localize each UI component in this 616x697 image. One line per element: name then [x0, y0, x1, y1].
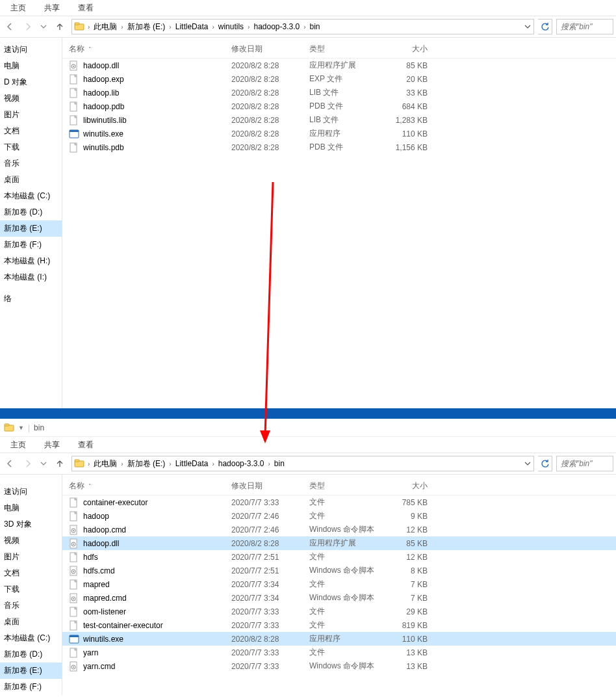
- table-row[interactable]: hdfs2020/7/7 2:51文件12 KB: [62, 550, 616, 564]
- crumb[interactable]: 此电脑: [91, 458, 120, 469]
- table-row[interactable]: hadoop.cmd2020/7/7 2:46Windows 命令脚本12 KB: [62, 523, 616, 536]
- sidebar-item[interactable]: 电脑: [0, 58, 62, 74]
- sidebar-item[interactable]: 下载: [0, 139, 62, 155]
- sidebar-item[interactable]: 新加卷 (F:): [0, 237, 62, 253]
- crumb[interactable]: 此电脑: [91, 21, 120, 33]
- sidebar-item[interactable]: [0, 479, 62, 484]
- refresh-icon[interactable]: [538, 19, 552, 34]
- tab-share[interactable]: 共享: [44, 440, 60, 451]
- nav-forward-icon[interactable]: [21, 22, 35, 31]
- sidebar-item[interactable]: 新加卷 (D:): [0, 646, 62, 663]
- sidebar-item[interactable]: 本地磁盘 (I:): [0, 269, 62, 285]
- table-row[interactable]: mapred.cmd2020/7/7 3:34Windows 命令脚本7 KB: [62, 591, 616, 605]
- crumb[interactable]: LittleData: [173, 22, 211, 31]
- nav-up-icon[interactable]: [52, 459, 68, 468]
- sidebar: 速访问电脑D 对象视频图片文档下载音乐桌面本地磁盘 (C:)新加卷 (D:)新加…: [0, 38, 62, 408]
- sidebar-item[interactable]: 桌面: [0, 172, 62, 188]
- crumb[interactable]: 新加卷 (E:): [125, 458, 168, 469]
- col-size[interactable]: 大小: [387, 44, 433, 55]
- col-size[interactable]: 大小: [387, 480, 433, 492]
- table-row[interactable]: yarn2020/7/7 3:33文件13 KB: [62, 646, 616, 659]
- sidebar-item[interactable]: 本地磁盘 (C:): [0, 630, 62, 646]
- nav-up-icon[interactable]: [52, 22, 68, 31]
- table-row[interactable]: hadoop.lib2020/8/2 8:28LIB 文件33 KB: [62, 86, 616, 99]
- explorer-window-bottom: ▼ | bin 主页 共享 查看 › 此电脑 › 新加卷 (E:) ›: [0, 419, 616, 695]
- table-row[interactable]: hadoop.dll2020/8/2 8:28应用程序扩展85 KB: [62, 536, 616, 550]
- col-type[interactable]: 类型: [309, 44, 387, 55]
- crumb[interactable]: 新加卷 (E:): [125, 21, 168, 33]
- table-row[interactable]: hdfs.cmd2020/7/7 2:51Windows 命令脚本8 KB: [62, 564, 616, 577]
- col-date[interactable]: 修改日期: [231, 44, 309, 55]
- tab-home[interactable]: 主页: [10, 440, 26, 451]
- sidebar-item[interactable]: 文档: [0, 565, 62, 581]
- table-row[interactable]: oom-listener2020/7/7 3:33文件29 KB: [62, 605, 616, 618]
- sidebar-item[interactable]: 音乐: [0, 598, 62, 614]
- sidebar-item[interactable]: 本地磁盘 (H:): [0, 253, 62, 269]
- refresh-icon[interactable]: [538, 456, 552, 471]
- sidebar-item[interactable]: 视频: [0, 533, 62, 549]
- crumb[interactable]: bin: [272, 459, 287, 468]
- sidebar-item[interactable]: 图片: [0, 549, 62, 565]
- crumb[interactable]: LittleData: [173, 459, 211, 468]
- crumb[interactable]: hadoop-3.3.0: [251, 22, 302, 31]
- search-field[interactable]: [559, 458, 613, 469]
- table-row[interactable]: hadoop2020/7/7 2:46文件9 KB: [62, 509, 616, 523]
- table-row[interactable]: hadoop.exp2020/8/2 8:28EXP 文件20 KB: [62, 72, 616, 86]
- table-row[interactable]: test-container-executor2020/7/7 3:33文件81…: [62, 618, 616, 632]
- dropdown-icon[interactable]: ▼: [18, 425, 24, 431]
- crumb[interactable]: bin: [307, 22, 323, 31]
- nav-history-dropdown-icon[interactable]: [39, 23, 48, 30]
- col-date[interactable]: 修改日期: [231, 480, 309, 492]
- sidebar-item[interactable]: 视频: [0, 90, 62, 107]
- table-row[interactable]: hadoop.dll2020/8/2 8:28应用程序扩展85 KB: [62, 59, 616, 72]
- nav-back-icon[interactable]: [3, 459, 17, 468]
- col-type[interactable]: 类型: [309, 480, 387, 492]
- sidebar-item[interactable]: 本地磁盘 (C:): [0, 188, 62, 204]
- sidebar-item[interactable]: 下载: [0, 581, 62, 598]
- sidebar-item[interactable]: 图片: [0, 107, 62, 123]
- breadcrumb[interactable]: › 此电脑 › 新加卷 (E:) › LittleData › winutils…: [71, 19, 534, 34]
- sidebar-item[interactable]: [0, 285, 62, 291]
- sidebar-item[interactable]: 新加卷 (E:): [0, 220, 62, 237]
- sidebar-item[interactable]: 3D 对象: [0, 516, 62, 533]
- address-dropdown-icon[interactable]: [522, 460, 533, 467]
- sidebar-item[interactable]: 新加卷 (D:): [0, 204, 62, 220]
- crumb[interactable]: hadoop-3.3.0: [216, 459, 267, 468]
- sidebar-item[interactable]: 桌面: [0, 614, 62, 630]
- sidebar-item[interactable]: D 对象: [0, 74, 62, 90]
- address-dropdown-icon[interactable]: [522, 23, 533, 30]
- table-row[interactable]: container-executor2020/7/7 3:33文件785 KB: [62, 495, 616, 509]
- table-row[interactable]: mapred2020/7/7 3:34文件7 KB: [62, 577, 616, 591]
- nav-back-icon[interactable]: [3, 22, 17, 31]
- search-input[interactable]: [556, 19, 613, 34]
- tab-view[interactable]: 查看: [78, 440, 94, 451]
- nav-history-dropdown-icon[interactable]: [39, 460, 48, 467]
- breadcrumb[interactable]: › 此电脑 › 新加卷 (E:) › LittleData › hadoop-3…: [71, 456, 534, 471]
- sidebar-item[interactable]: 速访问: [0, 484, 62, 500]
- crumb[interactable]: winutils: [216, 22, 246, 31]
- search-field[interactable]: [559, 21, 613, 32]
- table-row[interactable]: winutils.exe2020/8/2 8:28应用程序110 KB: [62, 127, 616, 140]
- file-type: Windows 命令脚本: [309, 565, 387, 576]
- tab-share[interactable]: 共享: [44, 3, 60, 14]
- sidebar-item[interactable]: 络: [0, 291, 62, 307]
- tab-home[interactable]: 主页: [10, 3, 26, 14]
- table-row[interactable]: winutils.pdb2020/8/2 8:28PDB 文件1,156 KB: [62, 140, 616, 154]
- nav-forward-icon[interactable]: [21, 459, 35, 468]
- table-row[interactable]: hadoop.pdb2020/8/2 8:28PDB 文件684 KB: [62, 99, 616, 113]
- svg-point-39: [73, 666, 74, 668]
- sidebar-item[interactable]: 文档: [0, 123, 62, 139]
- search-input[interactable]: [556, 456, 613, 471]
- sidebar-item[interactable]: 新加卷 (F:): [0, 679, 62, 695]
- sidebar-item[interactable]: 电脑: [0, 500, 62, 516]
- sidebar-item[interactable]: 音乐: [0, 155, 62, 172]
- table-row[interactable]: winutils.exe2020/8/2 8:28应用程序110 KB: [62, 632, 616, 646]
- sidebar-item[interactable]: 新加卷 (E:): [0, 663, 62, 679]
- table-row[interactable]: yarn.cmd2020/7/7 3:33Windows 命令脚本13 KB: [62, 659, 616, 673]
- col-name[interactable]: 名称 ˄: [62, 44, 231, 55]
- sidebar-item[interactable]: 速访问: [0, 42, 62, 58]
- tab-view[interactable]: 查看: [78, 3, 94, 14]
- table-row[interactable]: libwinutils.lib2020/8/2 8:28LIB 文件1,283 …: [62, 113, 616, 127]
- col-name[interactable]: 名称 ˄: [62, 480, 231, 492]
- file-name: hadoop.dll: [83, 61, 119, 70]
